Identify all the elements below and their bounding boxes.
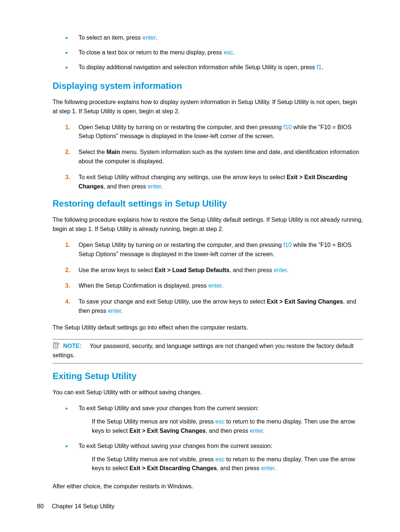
text: , and then press (230, 267, 274, 273)
text: . (156, 34, 157, 41)
intro-bullet-list: To select an item, press enter. To close… (65, 33, 363, 72)
text: . (161, 183, 162, 190)
text: , and then press (104, 183, 148, 190)
text: . (233, 49, 234, 56)
section-intro: You can exit Setup Utility with or witho… (53, 388, 363, 397)
text: To exit Setup Utility without changing a… (79, 174, 287, 180)
text: To exit Setup Utility without saving you… (79, 443, 272, 449)
text: To save your change and exit Setup Utili… (79, 298, 267, 305)
key-enter: enter (261, 465, 274, 471)
key-f10: f10 (283, 242, 291, 248)
list-item: To save your change and exit Setup Utili… (65, 297, 363, 316)
text: Use the arrow keys to select (79, 267, 154, 273)
page-number: 80 (37, 503, 44, 509)
page: To select an item, press enter. To close… (0, 0, 400, 532)
key-enter: enter (250, 428, 263, 434)
chapter-label: Chapter 14 Setup Utility (52, 503, 114, 509)
text: , and then press (217, 465, 261, 471)
key-enter: enter (148, 183, 161, 190)
section-intro: The following procedure explains how to … (53, 215, 363, 234)
text: menu. System information such as the sys… (79, 149, 359, 164)
list-item: To close a text box or return to the men… (65, 48, 363, 57)
section-intro: The following procedure explains how to … (53, 98, 363, 116)
text: If the Setup Utility menus are not visib… (92, 456, 215, 462)
section-outro: The Setup Utility default settings go in… (53, 323, 363, 332)
key-f10: f10 (283, 124, 291, 130)
text: . (263, 428, 264, 434)
text: To display additional navigation and sel… (79, 64, 317, 70)
text: . (321, 64, 323, 70)
content-block: To select an item, press enter. To close… (53, 33, 363, 491)
heading-displaying-system-information: Displaying system information (53, 81, 363, 91)
list-item: To exit Setup Utility and save your chan… (65, 404, 363, 436)
list-item: Open Setup Utility by turning on or rest… (65, 123, 363, 141)
key-enter: enter (274, 267, 287, 273)
text: , and then press (206, 428, 250, 434)
page-footer: 80 Chapter 14 Setup Utility (37, 503, 114, 510)
list-item: To exit Setup Utility without changing a… (65, 173, 363, 191)
key-esc: esc (224, 49, 233, 56)
section3-bullet-list: To exit Setup Utility and save your chan… (65, 404, 363, 473)
note-label: NOTE: (63, 343, 81, 349)
text: . (287, 267, 288, 273)
key-f1: f1 (317, 64, 321, 70)
list-item: Use the arrow keys to select Exit > Load… (65, 266, 363, 275)
heading-exiting-setup-utility: Exiting Setup Utility (53, 371, 363, 381)
text: If the Setup Utility menus are not visib… (92, 418, 215, 425)
list-item: Select the Main menu. System information… (65, 148, 363, 166)
text: Open Setup Utility by turning on or rest… (79, 242, 283, 248)
text: To select an item, press (79, 34, 143, 41)
bold-text: Main (107, 149, 120, 155)
key-enter: enter (208, 282, 221, 289)
text: . (221, 282, 223, 289)
key-enter: enter (143, 34, 156, 41)
text: To close a text box or return to the men… (79, 49, 224, 56)
list-item: To select an item, press enter. (65, 33, 363, 42)
bold-text: Exit > Exit Discarding Changes (129, 465, 217, 471)
note-icon (53, 342, 60, 352)
list-item: When the Setup Confirmation is displayed… (65, 281, 363, 291)
text: . (274, 465, 276, 471)
sub-paragraph: If the Setup Utility menus are not visib… (92, 417, 363, 436)
key-esc: esc (215, 456, 224, 462)
text: Select the (79, 149, 107, 155)
text: Open Setup Utility by turning on or rest… (79, 124, 283, 130)
list-item: To display additional navigation and sel… (65, 63, 363, 72)
section-outro: After either choice, the computer restar… (53, 482, 363, 491)
bold-text: Exit > Load Setup Defaults (154, 267, 229, 273)
section2-steps: Open Setup Utility by turning on or rest… (65, 241, 363, 316)
list-item: To exit Setup Utility without saving you… (65, 442, 363, 474)
bold-text: Exit > Exit Saving Changes (267, 298, 343, 305)
text: . (121, 308, 123, 314)
note-box: NOTE: Your password, security, and langu… (53, 339, 363, 364)
heading-restoring-defaults: Restoring default settings in Setup Util… (53, 198, 363, 209)
bold-text: Exit > Exit Saving Changes (129, 428, 206, 434)
text: To exit Setup Utility and save your chan… (79, 405, 259, 411)
list-item: Open Setup Utility by turning on or rest… (65, 241, 363, 259)
note-text: Your password, security, and language se… (53, 343, 354, 359)
key-enter: enter (108, 308, 121, 314)
section1-steps: Open Setup Utility by turning on or rest… (65, 123, 363, 191)
svg-rect-0 (53, 343, 58, 348)
text: When the Setup Confirmation is displayed… (79, 282, 208, 289)
sub-paragraph: If the Setup Utility menus are not visib… (92, 455, 363, 474)
key-esc: esc (215, 418, 224, 425)
